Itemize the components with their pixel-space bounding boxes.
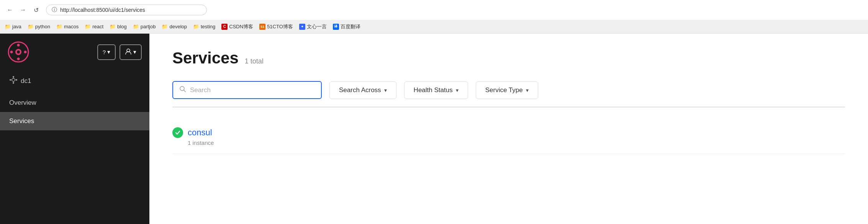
svg-point-5: [10, 51, 13, 54]
bookmark-label: java: [12, 24, 21, 29]
sidebar-item-overview[interactable]: Overview: [0, 94, 149, 112]
bookmark-label: CSDN博客: [229, 23, 253, 30]
main-content: Services 1 total Search Across ▾ Health …: [149, 34, 868, 224]
sidebar-header: ? ▾ ▾: [0, 34, 149, 67]
filter-bar: Search Across ▾ Health Status ▾ Service …: [172, 81, 845, 107]
bookmark-yixin[interactable]: ✦文心一言: [299, 23, 327, 30]
services-label: Services: [9, 117, 34, 125]
search-input[interactable]: [190, 86, 315, 94]
service-type-chevron-icon: ▾: [526, 87, 529, 93]
search-across-button[interactable]: Search Across ▾: [329, 81, 396, 99]
folder-icon: 📁: [110, 24, 116, 29]
search-input-wrapper: [172, 81, 322, 99]
bookmark-partjob[interactable]: 📁partjob: [133, 24, 156, 29]
bookmark-label: blog: [117, 24, 127, 29]
svg-point-10: [13, 82, 14, 84]
browser-nav-buttons: ← → ↺: [5, 5, 41, 15]
yixin-icon: ✦: [299, 24, 305, 30]
bookmark-label: 文心一言: [307, 23, 327, 30]
51cto-icon: 51: [259, 24, 265, 30]
folder-icon: 📁: [133, 24, 139, 29]
overview-label: Overview: [9, 99, 36, 106]
dc-label: dc1: [21, 77, 31, 85]
svg-point-12: [16, 79, 17, 81]
page-header: Services 1 total: [172, 49, 845, 67]
folder-icon: 📁: [193, 24, 199, 29]
sidebar-item-services[interactable]: Services: [0, 112, 149, 130]
baidu-icon: 译: [333, 24, 339, 30]
user-icon: [125, 48, 132, 56]
service-type-label: Service Type: [485, 86, 523, 94]
bookmark-blog[interactable]: 📁blog: [110, 24, 127, 29]
bookmark-develop[interactable]: 📁develop: [162, 24, 187, 29]
svg-point-11: [10, 79, 11, 81]
forward-button[interactable]: →: [18, 5, 28, 15]
help-button[interactable]: ? ▾: [97, 44, 116, 60]
dc-cluster-icon: [9, 76, 18, 86]
bookmark-label: testing: [201, 24, 215, 29]
folder-icon: 📁: [162, 24, 168, 29]
svg-point-6: [24, 51, 27, 54]
sidebar: ? ▾ ▾: [0, 34, 149, 224]
folder-icon: 📁: [28, 24, 34, 29]
bookmark-label: 百度翻译: [341, 23, 360, 30]
service-list: consul 1 instance: [172, 120, 845, 154]
bookmark-label: react: [92, 24, 103, 29]
svg-point-9: [13, 76, 14, 78]
bookmark-label: 51CTO博客: [267, 23, 293, 30]
user-button[interactable]: ▾: [120, 44, 142, 60]
service-type-button[interactable]: Service Type ▾: [476, 81, 538, 99]
bookmark-react[interactable]: 📁react: [85, 24, 103, 29]
bookmark-java[interactable]: 📁java: [5, 24, 21, 29]
back-button[interactable]: ←: [5, 5, 15, 15]
bookmark-label: develop: [169, 24, 187, 29]
svg-point-8: [12, 78, 15, 81]
bookmark-testing[interactable]: 📁testing: [193, 24, 215, 29]
folder-icon: 📁: [5, 24, 11, 29]
bookmarks-bar: 📁java 📁python 📁macos 📁react 📁blog 📁partj…: [0, 20, 868, 34]
browser-toolbar: ← → ↺ ⓘ http://localhost:8500/ui/dc1/ser…: [0, 0, 868, 20]
app-layout: ? ▾ ▾: [0, 34, 868, 224]
user-chevron-icon: ▾: [133, 49, 136, 55]
service-instances: 1 instance: [172, 140, 845, 146]
help-chevron-icon: ▾: [107, 49, 110, 55]
bookmark-csdn[interactable]: CCSDN博客: [221, 23, 253, 30]
reload-button[interactable]: ↺: [31, 5, 41, 15]
bookmark-51cto[interactable]: 5151CTO博客: [259, 23, 293, 30]
svg-point-2: [17, 50, 20, 54]
sidebar-dc: dc1: [0, 67, 149, 91]
consul-logo-svg: [8, 41, 29, 63]
service-name[interactable]: consul: [188, 128, 212, 138]
svg-point-4: [17, 58, 20, 60]
health-status-chevron-icon: ▾: [456, 87, 459, 93]
browser-chrome: ← → ↺ ⓘ http://localhost:8500/ui/dc1/ser…: [0, 0, 868, 34]
csdn-icon: C: [221, 24, 228, 30]
health-status-button[interactable]: Health Status ▾: [404, 81, 468, 99]
page-count: 1 total: [245, 57, 264, 65]
bookmark-label: partjob: [141, 24, 156, 29]
svg-point-3: [17, 44, 20, 47]
bookmark-macos[interactable]: 📁macos: [56, 24, 79, 29]
address-bar[interactable]: ⓘ http://localhost:8500/ui/dc1/services: [46, 5, 207, 15]
url-text: http://localhost:8500/ui/dc1/services: [60, 7, 145, 13]
bookmark-baidu[interactable]: 译百度翻译: [333, 23, 360, 30]
search-across-label: Search Across: [339, 86, 381, 94]
svg-line-18: [184, 90, 186, 92]
sidebar-nav: Overview Services: [0, 91, 149, 133]
bookmark-python[interactable]: 📁python: [28, 24, 50, 29]
health-passing-icon: [172, 127, 183, 138]
question-mark-icon: ?: [103, 49, 106, 55]
table-row: consul 1 instance: [172, 120, 845, 154]
info-icon: ⓘ: [52, 6, 57, 13]
sidebar-logo: [8, 41, 29, 63]
bookmark-label: python: [35, 24, 50, 29]
folder-icon: 📁: [85, 24, 91, 29]
health-status-label: Health Status: [414, 86, 453, 94]
bookmark-label: macos: [64, 24, 79, 29]
service-name-row: consul: [172, 127, 845, 138]
search-icon: [179, 86, 186, 94]
search-across-chevron-icon: ▾: [384, 87, 387, 93]
page-title: Services: [172, 49, 239, 67]
sidebar-header-actions: ? ▾ ▾: [97, 44, 142, 60]
folder-icon: 📁: [56, 24, 62, 29]
